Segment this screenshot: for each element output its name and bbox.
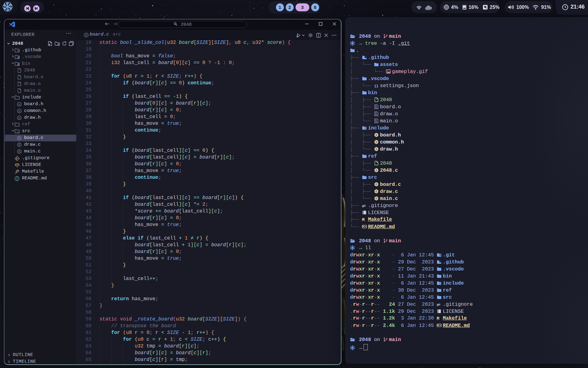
svg-text:C: C (375, 183, 377, 186)
svg-text:git: git (362, 204, 366, 207)
svg-text:H: H (18, 103, 20, 106)
svg-text:10: 10 (375, 121, 377, 123)
svg-text:H: H (18, 110, 20, 113)
svg-text:C: C (375, 133, 377, 137)
svg-text:M: M (362, 217, 364, 222)
svg-text:10: 10 (375, 114, 377, 116)
svg-text:©: © (18, 137, 20, 140)
svg-text:{;}: {;} (17, 131, 20, 133)
svg-text:M: M (437, 316, 439, 320)
svg-text:H: H (18, 117, 20, 119)
svg-text:C: C (375, 140, 377, 144)
svg-text:C: C (375, 197, 377, 200)
svg-text:C: C (375, 148, 377, 151)
svg-text:git: git (437, 303, 440, 306)
svg-text:{}: {} (374, 84, 378, 88)
svg-text:©: © (18, 150, 20, 153)
svg-text:©: © (18, 144, 20, 147)
svg-text:C: C (375, 169, 377, 172)
svg-text:©: © (85, 34, 87, 37)
svg-text:10: 10 (375, 107, 377, 109)
svg-text:C: C (375, 190, 377, 193)
